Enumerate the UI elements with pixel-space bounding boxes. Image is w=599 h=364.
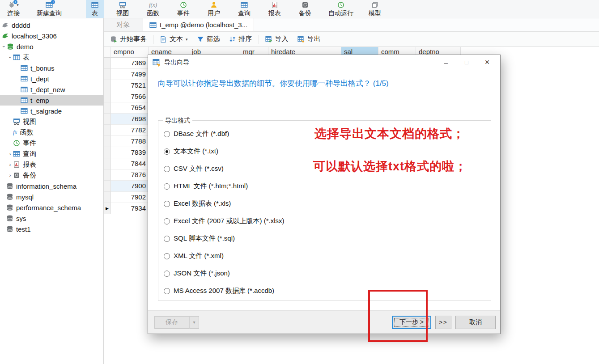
radio-icon[interactable] — [164, 131, 170, 137]
sidebar-item-reports[interactable]: › 报表 — [0, 159, 103, 170]
radio-icon[interactable] — [164, 236, 170, 242]
begin-transaction-button[interactable]: 开始事务 — [106, 32, 151, 47]
cell-empno[interactable]: 7369 — [111, 58, 149, 69]
sidebar-item-views[interactable]: 视图 — [0, 116, 103, 127]
format-option-sql[interactable]: SQL 脚本文件 (*.sql) — [164, 230, 485, 247]
format-option-xml[interactable]: XML 文件 (*.xml) — [164, 247, 485, 265]
radio-icon[interactable] — [164, 218, 170, 224]
sidebar-item-performance-schema[interactable]: performance_schema — [0, 202, 103, 213]
sidebar-item-localhost-3306[interactable]: localhost_3306 — [0, 30, 103, 41]
expander-icon[interactable]: › — [7, 162, 13, 167]
sidebar-item-information-schema[interactable]: information_schema — [0, 181, 103, 191]
sidebar-item-t-dept-new[interactable]: t_dept_new — [0, 84, 103, 95]
radio-label[interactable]: XML 文件 (*.xml) — [174, 252, 224, 260]
toolbar-backup-button[interactable]: 备份 — [293, 0, 317, 18]
save-button[interactable]: 保存 — [154, 316, 189, 329]
cell-empno[interactable]: 7934 — [111, 203, 149, 214]
column-header-empno[interactable]: empno — [111, 47, 149, 58]
export-button[interactable]: 导出 — [293, 32, 325, 47]
radio-label[interactable]: Excel 数据表 (*.xls) — [174, 199, 231, 208]
cell-empno[interactable]: 7698 — [111, 114, 149, 125]
cell-empno[interactable]: 7782 — [111, 125, 149, 136]
filter-button[interactable]: 筛选 — [192, 32, 225, 47]
radio-label[interactable]: DBase 文件 (*.dbf) — [174, 130, 229, 138]
expander-icon[interactable]: › — [8, 55, 13, 60]
chevron-down-icon[interactable]: ▾ — [186, 37, 188, 42]
toolbar-views-button[interactable]: 视图 — [111, 0, 134, 18]
toolbar-query-button[interactable]: 查询 — [233, 0, 256, 18]
radio-label[interactable]: Excel 文件 (2007 或以上版本) (*.xlsx) — [174, 217, 285, 225]
radio-label[interactable]: 文本文件 (*.txt) — [174, 147, 218, 156]
close-icon[interactable]: × — [477, 55, 497, 70]
sidebar-item-sys[interactable]: sys — [0, 213, 103, 224]
dialog-titlebar[interactable]: 导出向导 – □ × — [148, 55, 500, 70]
format-option-html[interactable]: HTML 文件 (*.htm;*.html) — [164, 178, 485, 195]
minimize-button[interactable]: – — [436, 55, 456, 70]
row-selector[interactable] — [104, 69, 111, 80]
row-selector[interactable] — [104, 125, 111, 136]
radio-icon[interactable] — [164, 148, 170, 155]
row-selector[interactable] — [104, 58, 111, 69]
radio-icon[interactable] — [164, 166, 170, 172]
toolbar-new-query-button[interactable]: + 新建查询 — [31, 0, 67, 18]
row-selector[interactable] — [104, 114, 111, 125]
cell-empno[interactable]: 7839 — [111, 147, 149, 158]
row-selector[interactable] — [104, 80, 111, 91]
sidebar-item-t-salgrade[interactable]: t_salgrade — [0, 106, 103, 116]
expander-icon[interactable]: › — [7, 173, 13, 178]
cell-empno[interactable]: 7844 — [111, 158, 149, 169]
format-option-xlsx[interactable]: Excel 文件 (2007 或以上版本) (*.xlsx) — [164, 212, 485, 230]
sidebar-item-functions[interactable]: fx 函数 — [0, 127, 103, 138]
sidebar-item-ddddd[interactable]: ddddd — [0, 20, 103, 30]
cell-empno[interactable]: 7499 — [111, 69, 149, 80]
row-selector[interactable] — [104, 192, 111, 203]
text-view-button[interactable]: 文本 ▾ — [155, 32, 192, 47]
toolbar-functions-button[interactable]: f(x) 函数 — [141, 0, 165, 18]
expander-icon[interactable]: › — [7, 151, 13, 157]
sidebar-item-test1[interactable]: test1 — [0, 224, 103, 234]
sort-button[interactable]: 排序 — [225, 32, 257, 47]
expander-icon[interactable]: › — [1, 44, 7, 50]
sidebar-item-tables[interactable]: › 表 — [0, 52, 103, 63]
sidebar-item-events[interactable]: 事件 — [0, 138, 103, 148]
toolbar-users-button[interactable]: 用户 — [202, 0, 225, 18]
sidebar-item-t-bonus[interactable]: t_bonus — [0, 63, 103, 73]
row-selector[interactable] — [104, 147, 111, 158]
radio-icon[interactable] — [164, 271, 170, 277]
chevron-down-icon[interactable]: ▾ — [17, 3, 19, 7]
toolbar-automation-button[interactable]: 自动运行 — [323, 0, 359, 18]
radio-icon[interactable] — [164, 183, 170, 190]
import-button[interactable]: 导入 — [261, 32, 293, 47]
radio-icon[interactable] — [164, 288, 170, 294]
row-selector[interactable] — [104, 136, 111, 147]
cell-empno[interactable]: 7788 — [111, 136, 149, 147]
sidebar-item-t-dept[interactable]: t_dept — [0, 73, 103, 84]
cell-empno[interactable]: 7900 — [111, 181, 149, 192]
sidebar-item-backups[interactable]: › 备份 — [0, 170, 103, 181]
row-selector[interactable] — [104, 181, 111, 192]
row-selector[interactable] — [104, 158, 111, 169]
sidebar-item-mysql[interactable]: mysql — [0, 191, 103, 202]
radio-icon[interactable] — [164, 253, 170, 259]
row-selector[interactable] — [104, 169, 111, 181]
tab-objects[interactable]: 对象 — [104, 18, 143, 31]
tab-t-emp[interactable]: t_emp @demo (localhost_3... — [143, 18, 254, 31]
radio-icon[interactable] — [164, 201, 170, 207]
cancel-button[interactable]: 取消 — [455, 316, 496, 329]
radio-label[interactable]: JSON 文件 (*.json) — [174, 269, 230, 278]
format-option-json[interactable]: JSON 文件 (*.json) — [164, 265, 485, 282]
row-selector[interactable] — [104, 102, 111, 114]
format-option-xls[interactable]: Excel 数据表 (*.xls) — [164, 195, 485, 212]
cell-empno[interactable]: 7521 — [111, 80, 149, 91]
format-option-accdb[interactable]: MS Access 2007 数据库 (*.accdb) — [164, 282, 485, 300]
radio-label[interactable]: CSV 文件 (*.csv) — [174, 165, 224, 173]
toolbar-tables-button[interactable]: 表 — [86, 0, 104, 18]
cell-empno[interactable]: 7654 — [111, 102, 149, 114]
format-option-txt[interactable]: 文本文件 (*.txt) — [164, 143, 485, 160]
toolbar-connection-button[interactable]: + ▾ 连接 — [2, 0, 25, 18]
toolbar-events-button[interactable]: 事件 — [172, 0, 195, 18]
row-selector[interactable]: ▶ — [104, 203, 111, 214]
save-dropdown-button[interactable]: ▾ — [189, 316, 199, 329]
sidebar-item-queries[interactable]: › 查询 — [0, 148, 103, 159]
sidebar-item-demo[interactable]: › demo — [0, 41, 103, 52]
